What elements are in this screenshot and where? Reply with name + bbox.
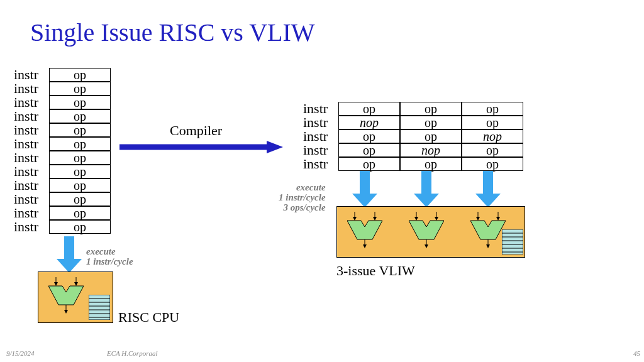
risc-instr-row: instrop	[13, 165, 111, 178]
risc-execute-label: execute 1 instr/cycle	[86, 246, 133, 266]
vliw-execute-label: execute 1 instr/cycle 3 ops/cycle	[279, 182, 326, 212]
instr-label: instr	[13, 219, 49, 235]
risc-down-arrow	[57, 236, 82, 273]
footer-author: ECA H.Corporaal	[107, 349, 157, 357]
svg-marker-28	[347, 221, 382, 239]
op-cell: op	[49, 96, 111, 109]
op-cell: op	[49, 151, 111, 165]
risc-instr-row: instrop	[13, 68, 111, 82]
svg-marker-35	[409, 221, 444, 239]
vliw-exec-line3: 3 ops/cycle	[284, 202, 326, 212]
vliw-instr-row: instrnopopop	[302, 116, 523, 129]
svg-marker-16	[64, 310, 68, 314]
vliw-instruction-list: instropopopinstrnopopopinstropopnopinstr…	[302, 102, 523, 171]
svg-marker-34	[435, 217, 438, 221]
regfile-icon	[502, 229, 523, 255]
risc-instr-row: instrop	[13, 123, 111, 137]
svg-marker-9	[475, 194, 501, 207]
op-cell: op	[462, 143, 523, 157]
instr-label: instr	[302, 156, 338, 172]
vliw-instr-row: instropopop	[302, 157, 523, 171]
op-cell: op	[49, 123, 111, 137]
svg-marker-37	[425, 244, 428, 248]
svg-marker-41	[496, 217, 500, 221]
op-cell: op	[338, 129, 400, 143]
vliw-cpu-label: 3-issue VLIW	[336, 263, 415, 279]
risc-exec-line1: execute	[86, 246, 116, 256]
risc-cpu-label: RISC CPU	[118, 309, 179, 326]
vliw-cpu-box	[336, 206, 525, 258]
op-cell: op	[400, 102, 462, 116]
svg-rect-2	[64, 236, 74, 259]
risc-instr-row: instrop	[13, 137, 111, 151]
op-cell: nop	[338, 116, 400, 129]
vliw-exec-line1: execute	[296, 182, 326, 192]
svg-marker-5	[352, 194, 377, 207]
op-cell: op	[49, 68, 111, 82]
svg-rect-6	[421, 171, 431, 194]
risc-instr-row: instrop	[13, 178, 111, 192]
op-cell: op	[462, 157, 523, 171]
slide-title: Single Issue RISC vs VLIW	[30, 18, 315, 47]
risc-instr-row: instrop	[13, 192, 111, 206]
alu-icon	[470, 212, 506, 250]
footer-page: 45	[633, 349, 640, 357]
vliw-instr-row: instropopnop	[302, 129, 523, 143]
op-cell: op	[49, 165, 111, 178]
op-cell: op	[462, 116, 523, 129]
risc-instr-row: instrop	[13, 206, 111, 220]
risc-instr-row: instrop	[13, 151, 111, 165]
risc-cpu-box	[38, 272, 113, 323]
alu-icon	[409, 212, 444, 250]
risc-instr-row: instrop	[13, 82, 111, 96]
svg-marker-42	[470, 221, 506, 239]
op-cell: op	[338, 157, 400, 171]
svg-marker-7	[414, 194, 439, 207]
op-cell: op	[49, 109, 111, 123]
op-cell: op	[338, 102, 400, 116]
svg-marker-32	[414, 217, 418, 221]
svg-rect-4	[360, 171, 370, 194]
op-cell: op	[400, 129, 462, 143]
regfile-icon	[89, 295, 110, 320]
vliw-down-arrow-1	[352, 171, 377, 207]
compiler-label: Compiler	[170, 123, 222, 139]
vliw-instr-row: instropnopop	[302, 143, 523, 157]
svg-marker-30	[363, 244, 367, 248]
svg-marker-44	[486, 244, 490, 248]
footer-date: 9/15/2024	[6, 349, 35, 357]
svg-marker-13	[74, 282, 78, 286]
risc-instr-row: instrop	[13, 109, 111, 123]
compiler-arrow	[119, 141, 283, 153]
op-cell: op	[49, 137, 111, 151]
op-cell: nop	[400, 143, 462, 157]
risc-exec-line2: 1 instr/cycle	[86, 256, 133, 266]
risc-instr-row: instrop	[13, 220, 111, 234]
svg-marker-1	[267, 141, 283, 153]
svg-marker-25	[353, 217, 357, 221]
svg-marker-11	[54, 282, 58, 286]
vliw-exec-line2: 1 instr/cycle	[279, 192, 326, 202]
op-cell: op	[49, 192, 111, 206]
op-cell: op	[400, 116, 462, 129]
op-cell: op	[49, 82, 111, 96]
vliw-down-arrow-3	[475, 171, 501, 207]
svg-rect-8	[483, 171, 493, 194]
alu-icon	[48, 277, 84, 315]
op-cell: nop	[462, 129, 523, 143]
risc-instr-row: instrop	[13, 96, 111, 109]
op-cell: op	[49, 220, 111, 234]
alu-icon	[347, 212, 382, 250]
op-cell: op	[49, 178, 111, 192]
op-cell: op	[338, 143, 400, 157]
svg-marker-39	[476, 217, 480, 221]
op-cell: op	[462, 102, 523, 116]
svg-marker-27	[373, 217, 377, 221]
risc-instruction-list: instropinstropinstropinstropinstropinstr…	[13, 68, 111, 234]
vliw-instr-row: instropopop	[302, 102, 523, 116]
svg-marker-3	[57, 259, 82, 273]
vliw-down-arrow-2	[414, 171, 439, 207]
svg-marker-14	[48, 286, 84, 305]
op-cell: op	[49, 206, 111, 220]
op-cell: op	[400, 157, 462, 171]
